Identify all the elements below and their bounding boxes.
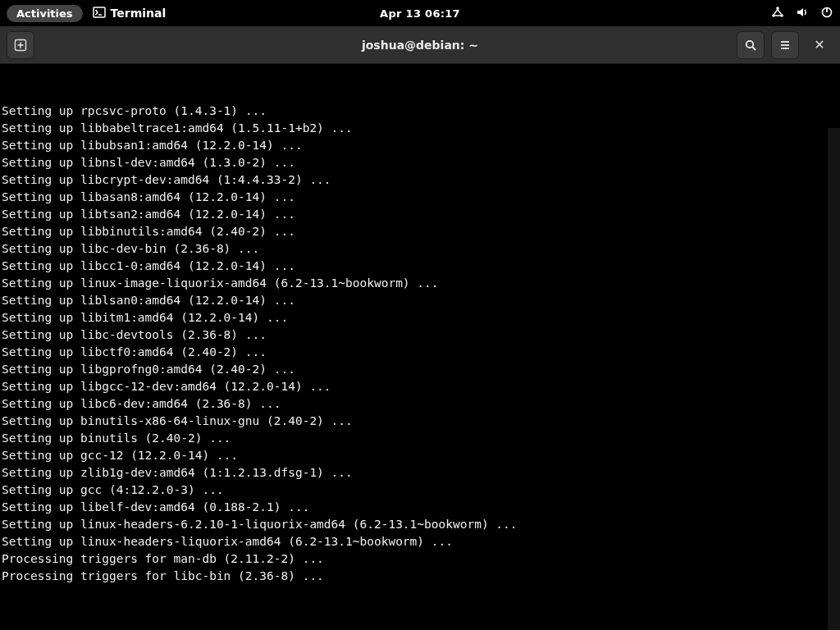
app-name: Terminal (111, 7, 167, 20)
terminal-line: Setting up libctf0:amd64 (2.40-2) ... (2, 344, 838, 361)
terminal-line: Setting up libcc1-0:amd64 (12.2.0-14) ..… (2, 258, 838, 275)
terminal-line: Setting up binutils (2.40-2) ... (2, 430, 838, 447)
terminal-line: Setting up libgprofng0:amd64 (2.40-2) ..… (2, 361, 838, 378)
svg-rect-0 (94, 7, 105, 17)
svg-point-10 (746, 40, 753, 47)
terminal-output[interactable]: Setting up rpcsvc-proto (1.4.3-1) ...Set… (0, 64, 840, 630)
menu-button[interactable] (771, 31, 799, 59)
gnome-topbar: Activities Terminal Apr 13 06:17 (0, 0, 840, 26)
system-status-area[interactable] (771, 6, 833, 21)
terminal-icon (93, 6, 106, 21)
terminal-line: Processing triggers for man-db (2.11.2-2… (2, 550, 838, 568)
terminal-line: Setting up libcrypt-dev:amd64 (1:4.4.33-… (2, 171, 838, 189)
terminal-line: Processing triggers for libc-bin (2.36-8… (2, 568, 838, 585)
volume-icon (796, 6, 809, 21)
terminal-line: Setting up gcc-12 (12.2.0-14) ... (2, 447, 838, 464)
terminal-line: Setting up linux-image-liquorix-amd64 (6… (2, 275, 838, 292)
svg-point-2 (776, 7, 779, 10)
close-icon: ✕ (814, 37, 824, 52)
power-icon (820, 6, 833, 21)
terminal-line: Setting up libbabeltrace1:amd64 (1.5.11-… (2, 120, 838, 137)
clock[interactable]: Apr 13 06:17 (380, 7, 460, 20)
activities-button[interactable]: Activities (7, 5, 83, 22)
close-button[interactable]: ✕ (806, 31, 833, 59)
window-titlebar: joshua@debian: ~ ✕ (0, 26, 840, 64)
terminal-line: Setting up libc-devtools (2.36-8) ... (2, 326, 838, 344)
terminal-line: Setting up liblsan0:amd64 (12.2.0-14) ..… (2, 292, 838, 309)
terminal-line: Setting up libgcc-12-dev:amd64 (12.2.0-1… (2, 378, 838, 395)
window-title: joshua@debian: ~ (362, 39, 478, 52)
network-icon (771, 6, 784, 21)
terminal-line: Setting up libc6-dev:amd64 (2.36-8) ... (2, 395, 838, 413)
terminal-line: Setting up rpcsvc-proto (1.4.3-1) ... (2, 103, 838, 120)
svg-line-11 (752, 47, 756, 50)
terminal-line: Setting up libubsan1:amd64 (12.2.0-14) .… (2, 137, 838, 154)
terminal-line: Setting up binutils-x86-64-linux-gnu (2.… (2, 413, 838, 430)
terminal-line: Setting up zlib1g-dev:amd64 (1:1.2.13.df… (2, 464, 838, 482)
terminal-line: Setting up linux-headers-liquorix-amd64 … (2, 533, 838, 550)
svg-point-3 (772, 14, 775, 17)
terminal-line: Setting up gcc (4:12.2.0-3) ... (2, 482, 838, 499)
new-tab-button[interactable] (7, 31, 34, 59)
terminal-line: Setting up libtsan2:amd64 (12.2.0-14) ..… (2, 206, 838, 223)
terminal-line: Setting up libitm1:amd64 (12.2.0-14) ... (2, 309, 838, 326)
terminal-line: Setting up linux-headers-6.2.10-1-liquor… (2, 516, 838, 533)
terminal-line: Setting up libelf-dev:amd64 (0.188-2.1) … (2, 499, 838, 516)
terminal-line: Setting up libasan8:amd64 (12.2.0-14) ..… (2, 189, 838, 206)
terminal-line: Setting up libbinutils:amd64 (2.40-2) ..… (2, 223, 838, 240)
terminal-line: Setting up libnsl-dev:amd64 (1.3.0-2) ..… (2, 154, 838, 171)
search-button[interactable] (737, 31, 765, 59)
terminal-line: Setting up libc-dev-bin (2.36-8) ... (2, 240, 838, 258)
app-indicator[interactable]: Terminal (93, 6, 167, 21)
scrollbar[interactable] (828, 128, 840, 630)
svg-point-4 (780, 14, 783, 17)
